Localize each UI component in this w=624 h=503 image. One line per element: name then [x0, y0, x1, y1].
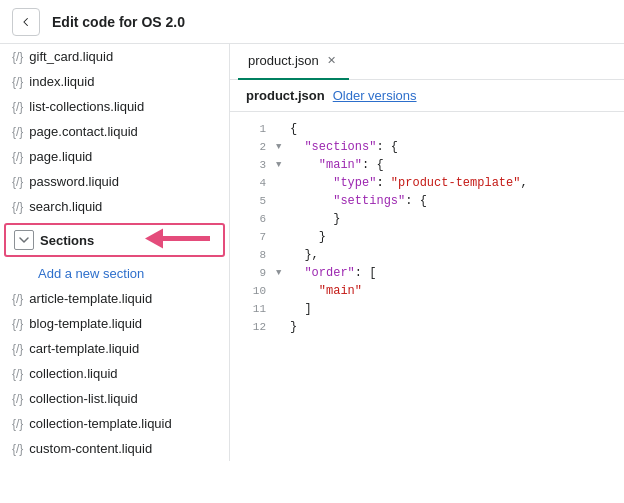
filename: article-template.liquid: [29, 291, 152, 306]
tabs-bar: product.json ✕: [230, 44, 624, 80]
sidebar: {/} gift_card.liquid {/} index.liquid {/…: [0, 44, 230, 461]
file-icon: {/}: [12, 292, 23, 306]
file-item[interactable]: {/} search.liquid: [0, 194, 229, 219]
add-section-link[interactable]: Add a new section: [0, 261, 229, 286]
file-item[interactable]: {/} blog-template.liquid: [0, 311, 229, 336]
code-line: 2 ▼ "sections": {: [230, 138, 624, 156]
code-line: 12 }: [230, 318, 624, 336]
file-icon: {/}: [12, 417, 23, 431]
filename: list-collections.liquid: [29, 99, 144, 114]
editor-area: product.json ✕ product.json Older versio…: [230, 44, 624, 461]
older-versions-link[interactable]: Older versions: [333, 88, 417, 103]
code-line: 8 },: [230, 246, 624, 264]
tab-label: product.json: [248, 53, 319, 68]
code-line: 1 {: [230, 120, 624, 138]
code-line: 5 "settings": {: [230, 192, 624, 210]
file-icon: {/}: [12, 442, 23, 456]
filename: password.liquid: [29, 174, 119, 189]
file-header-name: product.json: [246, 88, 325, 103]
code-line: 11 ]: [230, 300, 624, 318]
file-item[interactable]: {/} collection-template.liquid: [0, 411, 229, 436]
filename: gift_card.liquid: [29, 49, 113, 64]
code-line: 10 "main": [230, 282, 624, 300]
file-icon: {/}: [12, 342, 23, 356]
filename: custom-content.liquid: [29, 441, 152, 456]
file-item[interactable]: {/} gift_card.liquid: [0, 44, 229, 69]
file-icon: {/}: [12, 200, 23, 214]
filename: search.liquid: [29, 199, 102, 214]
filename: index.liquid: [29, 74, 94, 89]
file-item[interactable]: {/} page.contact.liquid: [0, 119, 229, 144]
app-container: Edit code for OS 2.0 {/} gift_card.liqui…: [0, 0, 624, 461]
filename: blog-template.liquid: [29, 316, 142, 331]
code-editor[interactable]: 1 { 2 ▼ "sections": { 3 ▼ "main": { 4: [230, 112, 624, 461]
file-item[interactable]: {/} list-collections.liquid: [0, 94, 229, 119]
code-line: 9 ▼ "order": [: [230, 264, 624, 282]
main-layout: {/} gift_card.liquid {/} index.liquid {/…: [0, 44, 624, 461]
file-item[interactable]: {/} page.liquid: [0, 144, 229, 169]
file-item[interactable]: {/} collection.liquid: [0, 361, 229, 386]
code-line: 3 ▼ "main": {: [230, 156, 624, 174]
filename: collection-list.liquid: [29, 391, 137, 406]
file-icon: {/}: [12, 175, 23, 189]
file-header: product.json Older versions: [230, 80, 624, 112]
file-item[interactable]: {/} collection-list.liquid: [0, 386, 229, 411]
file-item[interactable]: {/} index.liquid: [0, 69, 229, 94]
filename: page.liquid: [29, 149, 92, 164]
file-icon: {/}: [12, 125, 23, 139]
file-item[interactable]: {/} custom-content.liquid: [0, 436, 229, 461]
file-item[interactable]: {/} cart-template.liquid: [0, 336, 229, 361]
back-button[interactable]: [12, 8, 40, 36]
filename: collection-template.liquid: [29, 416, 171, 431]
filename: page.contact.liquid: [29, 124, 137, 139]
file-icon: {/}: [12, 367, 23, 381]
sections-header[interactable]: Sections: [4, 223, 225, 257]
file-icon: {/}: [12, 75, 23, 89]
code-line: 4 "type": "product-template",: [230, 174, 624, 192]
file-icon: {/}: [12, 317, 23, 331]
sections-label: Sections: [40, 233, 94, 248]
file-icon: {/}: [12, 150, 23, 164]
file-item[interactable]: {/} password.liquid: [0, 169, 229, 194]
file-item[interactable]: {/} article-template.liquid: [0, 286, 229, 311]
file-icon: {/}: [12, 392, 23, 406]
tab-product-json[interactable]: product.json ✕: [238, 44, 349, 80]
file-icon: {/}: [12, 100, 23, 114]
filename: cart-template.liquid: [29, 341, 139, 356]
filename: collection.liquid: [29, 366, 117, 381]
code-line: 7 }: [230, 228, 624, 246]
file-icon: {/}: [12, 50, 23, 64]
tab-close-button[interactable]: ✕: [325, 54, 339, 68]
expand-icon: [14, 230, 34, 250]
header-title: Edit code for OS 2.0: [52, 14, 185, 30]
code-line: 6 }: [230, 210, 624, 228]
header: Edit code for OS 2.0: [0, 0, 624, 44]
